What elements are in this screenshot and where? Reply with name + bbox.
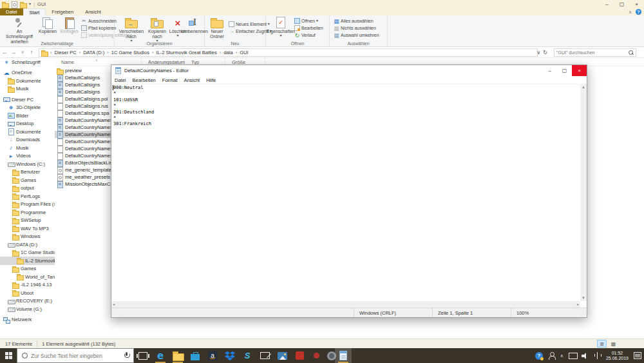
sidebar-item[interactable]: Desktop bbox=[0, 120, 55, 128]
taskbar-skype[interactable]: S bbox=[239, 348, 256, 363]
sidebar-item[interactable]: Windows (C:) bbox=[0, 160, 55, 168]
sidebar-item[interactable]: output bbox=[0, 184, 55, 193]
scroll-up-icon[interactable]: ▲ bbox=[580, 84, 587, 90]
close-button[interactable]: × bbox=[629, 0, 644, 8]
sidebar-item[interactable]: Musik bbox=[0, 144, 55, 152]
sidebar-item[interactable]: Benutzer bbox=[0, 168, 55, 177]
recent-locations-icon[interactable]: ∨ bbox=[18, 50, 27, 55]
sidebar-item[interactable]: DATA (D:) bbox=[0, 240, 55, 249]
sidebar-item[interactable]: Videos bbox=[0, 152, 55, 161]
menu-item[interactable]: Bearbeiten bbox=[129, 77, 159, 83]
tray-usb[interactable] bbox=[592, 348, 603, 363]
sidebar-item[interactable]: Programme bbox=[0, 208, 55, 217]
refresh-icon[interactable]: ↻ bbox=[543, 50, 547, 55]
ribbon-collapse-icon[interactable]: ∧ bbox=[629, 10, 632, 15]
rename-button[interactable]: Umbenennen bbox=[184, 17, 205, 34]
taskbar-amazon[interactable]: a bbox=[204, 348, 221, 363]
history-button[interactable]: ↻Verlauf bbox=[294, 32, 323, 39]
minimize-button[interactable]: – bbox=[600, 0, 614, 8]
scroll-right-icon[interactable]: ▸ bbox=[576, 301, 580, 308]
notepad-close-button[interactable]: × bbox=[572, 65, 587, 76]
pin-to-quick-access-button[interactable]: An Schnellzugriff anheften bbox=[3, 17, 36, 44]
microphone-icon[interactable] bbox=[124, 352, 129, 360]
sidebar-item[interactable]: Uboot bbox=[0, 289, 55, 297]
sidebar-item[interactable]: PerfLogs bbox=[0, 192, 55, 201]
notepad-maximize-button[interactable]: ▢ bbox=[557, 65, 572, 76]
open-button[interactable]: Öffnen▾ bbox=[294, 17, 323, 25]
sidebar-item[interactable]: IL-2 Sturmovik G bbox=[0, 257, 55, 265]
taskbar-file-explorer[interactable] bbox=[169, 348, 186, 363]
paste-button[interactable]: Einfügen bbox=[59, 17, 80, 34]
breadcrumb-item[interactable]: DATA (D:) bbox=[77, 50, 105, 55]
sidebar-item[interactable]: Games bbox=[0, 265, 55, 273]
sidebar-item[interactable]: OneDrive bbox=[0, 69, 55, 77]
taskbar-search-box[interactable] bbox=[17, 348, 134, 363]
sidebar-item[interactable]: Dokumente bbox=[0, 77, 55, 85]
sidebar-item[interactable]: Bilder bbox=[0, 112, 55, 120]
properties-button[interactable]: Eigenschaften▾ bbox=[269, 17, 293, 37]
taskbar-dropbox[interactable] bbox=[222, 348, 238, 363]
up-icon[interactable]: ↑ bbox=[27, 49, 36, 55]
taskbar-il2-app[interactable] bbox=[291, 348, 308, 363]
breadcrumb-item[interactable]: 1C Game Studios bbox=[104, 50, 149, 55]
help-icon[interactable]: ? bbox=[636, 9, 641, 15]
breadcrumb-item[interactable]: GUI bbox=[233, 50, 249, 55]
explorer-search-input[interactable] bbox=[556, 50, 628, 55]
sidebar-item[interactable]: Schnellzugriff bbox=[0, 58, 55, 66]
tray-action-center[interactable] bbox=[631, 348, 644, 363]
select-none-button[interactable]: ▦Nichts auswählen bbox=[334, 25, 379, 32]
ribbon-tab[interactable]: Freigeben bbox=[46, 8, 79, 15]
ribbon-tab[interactable]: Ansicht bbox=[79, 8, 107, 15]
breadcrumb-item[interactable]: IL-2 Sturmovik Great Battles bbox=[149, 50, 217, 55]
menu-item[interactable]: Ansicht bbox=[181, 77, 204, 83]
select-all-button[interactable]: ▦Alles auswählen bbox=[334, 17, 379, 25]
taskbar-clock[interactable]: 01:52 25.06.2019 bbox=[603, 351, 631, 361]
edit-button[interactable]: Bearbeiten bbox=[294, 25, 323, 32]
sidebar-item[interactable]: Musik bbox=[0, 85, 55, 93]
tray-network[interactable] bbox=[566, 348, 579, 363]
sidebar-item[interactable]: Dieser PC bbox=[0, 95, 55, 104]
sidebar-item[interactable]: Downloads bbox=[0, 136, 55, 144]
tray-volume[interactable] bbox=[579, 348, 592, 363]
tray-people[interactable] bbox=[545, 348, 558, 363]
sidebar-item[interactable]: SWSetup bbox=[0, 217, 55, 225]
task-view-button[interactable] bbox=[135, 348, 151, 363]
tray-help[interactable]: ? bbox=[533, 348, 545, 363]
details-view-toggle[interactable]: ≣ bbox=[597, 340, 607, 348]
taskbar-mail[interactable] bbox=[256, 348, 273, 363]
sidebar-item[interactable]: Netzwerk bbox=[0, 316, 55, 324]
vertical-scrollbar[interactable]: ▲ ▼ bbox=[580, 84, 587, 301]
explorer-search-box[interactable] bbox=[554, 48, 636, 57]
sidebar-item[interactable]: Games bbox=[0, 176, 55, 184]
back-icon[interactable]: ← bbox=[0, 49, 9, 55]
qat-properties-icon[interactable] bbox=[11, 1, 17, 8]
menu-item[interactable]: Format bbox=[159, 77, 181, 83]
forward-icon[interactable]: → bbox=[9, 49, 18, 55]
start-button[interactable] bbox=[0, 348, 17, 363]
taskbar-photos[interactable] bbox=[274, 348, 290, 363]
sidebar-item[interactable]: RECOVERY (E:) bbox=[0, 297, 55, 306]
notepad-titlebar[interactable]: DefaultCountryNames - Editor – ▢ × bbox=[111, 65, 587, 76]
sidebar-item[interactable]: -IL2 1946 4.13 bbox=[0, 281, 55, 289]
sidebar-item[interactable]: Volume (G:) bbox=[0, 305, 55, 313]
invert-selection-button[interactable]: ▦Auswahl umkehren bbox=[334, 32, 379, 39]
notepad-minimize-button[interactable]: – bbox=[542, 65, 557, 76]
tray-hidden-icons[interactable]: ∧ bbox=[558, 348, 566, 363]
breadcrumb-item[interactable]: Dieser PC bbox=[55, 50, 77, 55]
sidebar-item[interactable]: 1C Game Studios bbox=[0, 249, 55, 257]
breadcrumb-item[interactable]: data bbox=[217, 50, 233, 55]
copy-to-button[interactable]: Kopieren nach▾ bbox=[145, 17, 169, 43]
taskbar-search-input[interactable] bbox=[31, 353, 124, 359]
sidebar-item[interactable]: 3D-Objekte bbox=[0, 104, 55, 112]
qat-new-folder-icon[interactable] bbox=[20, 1, 26, 8]
taskbar-edge[interactable]: e bbox=[152, 348, 169, 363]
sidebar-item[interactable]: Dokumente bbox=[0, 128, 55, 136]
ribbon-tab[interactable]: Datei bbox=[0, 8, 23, 15]
maximize-button[interactable]: ▢ bbox=[614, 0, 629, 8]
sidebar-item[interactable]: Program Files (x86 bbox=[0, 201, 55, 209]
sidebar-item[interactable]: World_of_Tanks bbox=[0, 273, 55, 281]
large-icons-view-toggle[interactable]: ▦ bbox=[609, 340, 618, 348]
sort-ascending-icon[interactable]: ∧ bbox=[95, 58, 98, 62]
taskbar-notepad[interactable] bbox=[335, 348, 352, 363]
new-folder-button[interactable]: Neuer Ordner bbox=[207, 17, 227, 39]
